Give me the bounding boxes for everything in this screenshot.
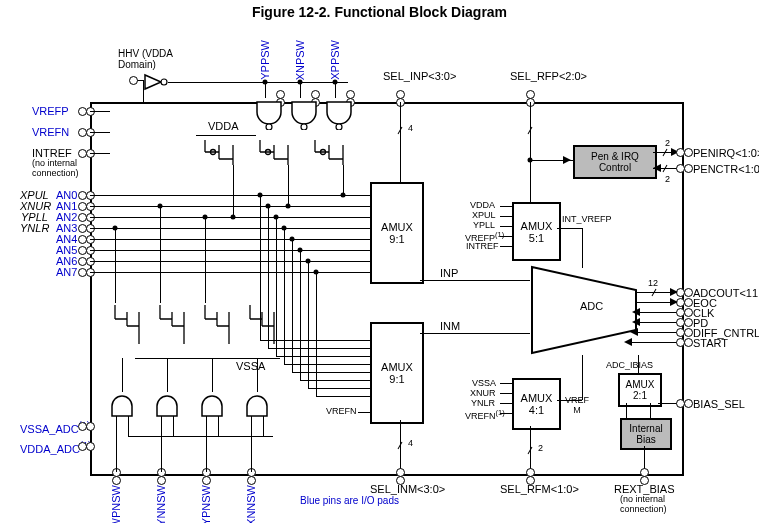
footer-note: Blue pins are I/O pads	[300, 495, 399, 506]
sel-inm-label: SEL_INM<3:0>	[370, 483, 445, 495]
bus-width-2: 2	[538, 443, 543, 453]
svg-marker-16	[653, 164, 661, 172]
svg-marker-9	[632, 308, 640, 316]
amux4-in-vrefn: VREFN(1)	[465, 408, 505, 421]
terminal-icon	[684, 148, 693, 157]
svg-marker-0	[145, 75, 161, 89]
vdda-label: VDDA	[208, 120, 239, 132]
terminal-icon	[78, 202, 87, 211]
svg-marker-12	[624, 338, 632, 346]
nand-gate-icon	[253, 98, 285, 130]
amux5-in-vdda: VDDA	[470, 200, 495, 210]
amux-9to1-upper: AMUX 9:1	[370, 182, 424, 284]
pin-penirq: PENIRQ<1:0>	[693, 147, 759, 159]
terminal-icon	[396, 476, 405, 485]
pin-xppsw: XPPSW	[329, 40, 341, 80]
pin-vrefp: VREFP	[32, 105, 69, 117]
terminal-icon	[684, 298, 693, 307]
svg-marker-10	[632, 318, 640, 326]
and-gate-icon	[243, 390, 271, 420]
terminal-icon	[86, 442, 95, 451]
terminal-icon	[129, 76, 138, 85]
terminal-icon	[247, 476, 256, 485]
amux5-in-ypll: YPLL	[473, 220, 495, 230]
terminal-icon	[684, 328, 693, 337]
bus-width-2: 2	[665, 174, 670, 184]
terminal-icon	[78, 235, 87, 244]
terminal-icon	[78, 213, 87, 222]
terminal-icon	[78, 268, 87, 277]
amux4-in-xnur: XNUR	[470, 388, 496, 398]
sel-rfp-label: SEL_RFP<2:0>	[510, 70, 587, 82]
inm-label: INM	[440, 320, 460, 332]
bus-width-4: 4	[408, 123, 413, 133]
arrow-right-icon	[563, 156, 573, 164]
amux-5to1: AMUX 5:1	[512, 202, 561, 261]
figure-title: Figure 12-2. Functional Block Diagram	[0, 4, 759, 20]
pin-bias-sel: BIAS_SEL	[693, 398, 745, 410]
terminal-icon	[78, 224, 87, 233]
svg-point-2	[266, 124, 272, 130]
arrow-right-icon	[670, 298, 680, 306]
amux-4to1: AMUX 4:1	[512, 378, 561, 430]
svg-point-4	[336, 124, 342, 130]
terminal-icon	[684, 308, 693, 317]
pin-wpnsw: WPNSW	[110, 485, 122, 523]
svg-marker-11	[630, 328, 638, 336]
and-gate-icon	[108, 390, 136, 420]
sel-inp-label: SEL_INP<3:0>	[383, 70, 456, 82]
pin-xnpsw: XNPSW	[294, 40, 306, 80]
amux4-in-ynlr: YNLR	[471, 398, 495, 408]
terminal-icon	[78, 246, 87, 255]
terminal-icon	[112, 476, 121, 485]
nmos-array-icon	[105, 300, 285, 360]
terminal-icon	[526, 476, 535, 485]
nand-gate-icon	[323, 98, 355, 130]
vrefn-internal-label: VREFN	[326, 406, 357, 416]
int-vrefp-label: INT_VREFP	[562, 214, 612, 224]
pin-penctr: PENCTR<1:0>	[693, 163, 759, 175]
pen-irq-control-block: Pen & IRQ Control	[573, 145, 657, 179]
terminal-icon	[78, 422, 87, 431]
internal-bias-block: Internal Bias	[620, 418, 672, 450]
terminal-icon	[78, 442, 87, 451]
pin-xnnsw: XNNSW	[245, 485, 257, 523]
arrow-left-icon	[624, 338, 634, 346]
terminal-icon	[78, 128, 87, 137]
hhv-label: HHV (VDDA Domain)	[118, 48, 173, 70]
amux-2to1: AMUX 2:1	[618, 373, 662, 407]
pin-an7: AN7	[56, 266, 77, 278]
amux5-in-xpul: XPUL	[472, 210, 496, 220]
pmos-array-icon	[195, 135, 355, 193]
bus-width-12: 12	[648, 278, 658, 288]
terminal-icon	[526, 90, 535, 99]
terminal-icon	[684, 164, 693, 173]
terminal-icon	[684, 338, 693, 347]
svg-marker-14	[670, 298, 678, 306]
vssa-label: VSSA	[236, 360, 265, 372]
svg-point-3	[301, 124, 307, 130]
terminal-icon	[78, 149, 87, 158]
arrow-right-icon	[670, 288, 680, 296]
terminal-icon	[78, 107, 87, 116]
pin-ynnsw: YNNSW	[155, 485, 167, 523]
svg-point-1	[161, 79, 167, 85]
rext-note: (no internal connection)	[620, 494, 667, 514]
terminal-icon	[78, 191, 87, 200]
bus-width-4: 4	[408, 438, 413, 448]
svg-marker-13	[670, 288, 678, 296]
and-gate-icon	[198, 390, 226, 420]
amux4-in-vssa: VSSA	[472, 378, 496, 388]
terminal-icon	[684, 399, 693, 408]
adc-label: ADC	[580, 300, 603, 312]
terminal-icon	[396, 90, 405, 99]
pin-start: START	[693, 337, 728, 349]
amux-9to1-lower: AMUX 9:1	[370, 322, 424, 424]
terminal-icon	[157, 476, 166, 485]
arrow-left-icon	[653, 164, 663, 172]
arrow-left-icon	[632, 308, 642, 316]
intref-note: (no internal connection)	[32, 158, 79, 178]
sel-rfm-label: SEL_RFM<1:0>	[500, 483, 579, 495]
pin-ypnsw: YPNSW	[200, 485, 212, 523]
pin-yppsw: YPPSW	[259, 40, 271, 80]
